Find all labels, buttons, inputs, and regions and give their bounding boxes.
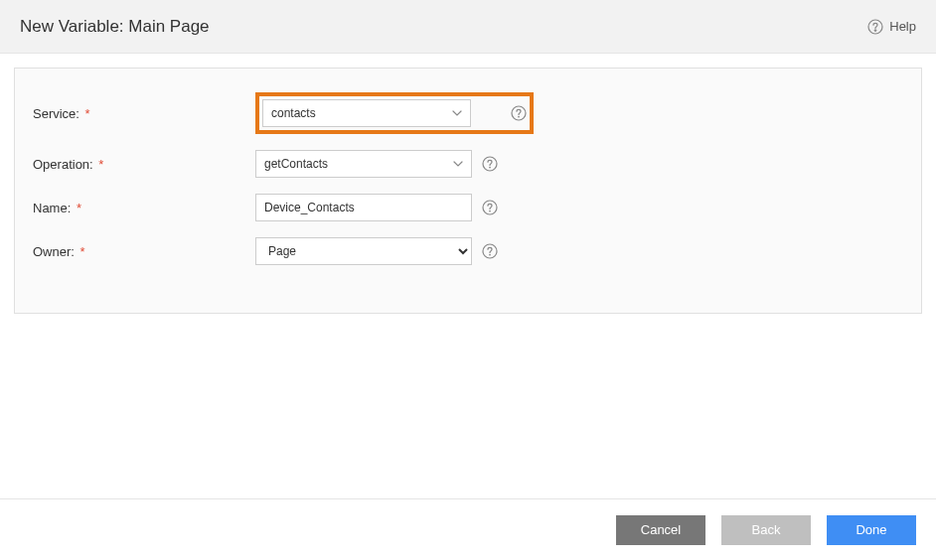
row-owner: Owner: * Page — [33, 237, 903, 265]
chevron-down-icon — [452, 108, 462, 118]
label-operation: Operation: * — [33, 157, 255, 172]
required-marker: * — [80, 244, 85, 259]
row-operation: Operation: * getContacts — [33, 150, 903, 178]
owner-select[interactable]: Page — [255, 237, 472, 265]
dialog-footer: Cancel Back Done — [0, 498, 936, 560]
row-name: Name: * Device_Contacts — [33, 194, 903, 221]
service-value: contacts — [271, 106, 316, 120]
dialog-header: New Variable: Main Page Help — [0, 0, 936, 54]
name-value: Device_Contacts — [264, 201, 355, 214]
chevron-down-icon — [453, 159, 463, 169]
label-name: Name: * — [33, 201, 255, 215]
done-button[interactable]: Done — [827, 515, 916, 545]
cancel-button[interactable]: Cancel — [616, 515, 705, 545]
form-panel: Service: * contacts Operation: * getCont… — [14, 68, 922, 314]
help-label: Help — [889, 19, 916, 34]
field-help-icon[interactable] — [482, 200, 498, 215]
help-icon — [867, 19, 883, 35]
service-select[interactable]: contacts — [262, 99, 471, 127]
help-link[interactable]: Help — [867, 19, 916, 35]
field-help-icon[interactable] — [482, 156, 498, 172]
operation-value: getContacts — [264, 157, 328, 171]
field-help-icon[interactable] — [511, 105, 527, 121]
field-help-icon[interactable] — [482, 243, 498, 259]
required-marker: * — [98, 157, 103, 172]
name-input[interactable]: Device_Contacts — [255, 194, 472, 221]
operation-select[interactable]: getContacts — [255, 150, 472, 178]
back-button[interactable]: Back — [721, 515, 811, 545]
label-service: Service: * — [33, 106, 255, 121]
label-owner: Owner: * — [33, 244, 255, 259]
service-highlight: contacts — [255, 92, 534, 134]
required-marker: * — [85, 106, 90, 121]
dialog-title: New Variable: Main Page — [20, 17, 210, 37]
required-marker: * — [77, 201, 81, 215]
row-service: Service: * contacts — [33, 92, 903, 134]
